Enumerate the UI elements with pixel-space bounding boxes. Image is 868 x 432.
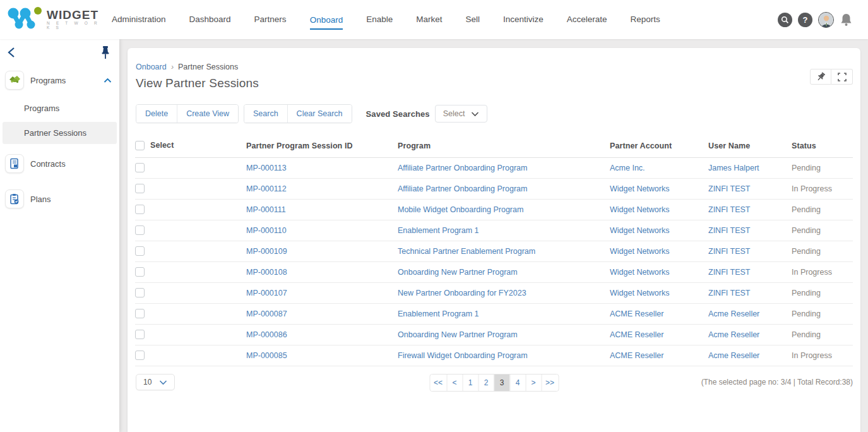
program-link[interactable]: Onboarding New Partner Program	[398, 330, 518, 339]
session-id-link[interactable]: MP-000087	[246, 309, 287, 318]
sidebar-section-programs[interactable]: Programs	[0, 63, 119, 97]
search-icon[interactable]	[778, 13, 792, 27]
nav-item-dashboard[interactable]: Dashboard	[189, 15, 231, 25]
user-name-link[interactable]: ZINFI TEST	[708, 268, 750, 277]
page-button-2[interactable]: 2	[478, 375, 494, 391]
page-nav-button[interactable]: <	[446, 375, 462, 391]
row-checkbox[interactable]	[135, 246, 145, 256]
page-size-select[interactable]: 10	[136, 374, 175, 390]
nav-item-market[interactable]: Market	[416, 15, 442, 25]
session-id-link[interactable]: MP-000113	[246, 164, 287, 172]
nav-item-onboard[interactable]: Onboard	[310, 15, 343, 30]
program-link[interactable]: Technical Partner Enablement Program	[398, 247, 535, 256]
user-name-link[interactable]: ZINFI TEST	[708, 247, 750, 256]
record-actions-group: Delete Create View	[136, 104, 239, 123]
row-checkbox[interactable]	[135, 225, 145, 235]
session-id-link[interactable]: MP-000085	[246, 351, 287, 360]
partner-account-link[interactable]: Widget Networks	[610, 184, 669, 193]
program-link[interactable]: New Partner Onboarding for FY2023	[398, 289, 526, 297]
nav-item-sell[interactable]: Sell	[465, 15, 480, 25]
sidebar-item-contracts[interactable]: Contracts	[0, 148, 119, 179]
clipboard-check-icon	[5, 189, 24, 208]
partner-account-link[interactable]: Widget Networks	[610, 226, 669, 235]
session-id-link[interactable]: MP-000111	[246, 205, 286, 214]
sidebar-item-partner-sessions[interactable]: Partner Sessions	[3, 122, 117, 144]
sidebar-collapse-back-icon[interactable]	[6, 46, 16, 61]
partner-account-link[interactable]: ACME Reseller	[610, 309, 663, 318]
user-name-link[interactable]: ZINFI TEST	[708, 184, 750, 193]
nav-item-reports[interactable]: Reports	[631, 15, 660, 25]
user-name-link[interactable]: Acme Reseller	[708, 309, 759, 318]
row-checkbox[interactable]	[135, 309, 145, 318]
program-link[interactable]: Affiliate Partner Onboarding Program	[398, 184, 527, 193]
notifications-bell-icon[interactable]	[840, 13, 853, 27]
delete-button[interactable]: Delete	[136, 105, 177, 123]
pagination-bar: 10 <<<1234>>> (The selected page no: 3/4…	[128, 374, 860, 393]
nav-item-incentivize[interactable]: Incentivize	[503, 15, 544, 25]
partner-account-link[interactable]: Acme Inc.	[610, 164, 645, 172]
program-link[interactable]: Onboarding New Partner Program	[398, 268, 518, 277]
partner-account-link[interactable]: Widget Networks	[610, 247, 669, 256]
partner-account-link[interactable]: ACME Reseller	[610, 351, 663, 360]
search-button[interactable]: Search	[244, 105, 287, 123]
saved-searches-select[interactable]: Select	[435, 105, 488, 123]
sidebar-item-plans[interactable]: Plans	[0, 183, 119, 215]
page-button-3[interactable]: 3	[494, 375, 509, 391]
program-link[interactable]: Enablement Program 1	[398, 226, 479, 235]
user-avatar[interactable]	[818, 12, 834, 28]
session-id-link[interactable]: MP-000110	[246, 226, 287, 235]
user-name-link[interactable]: ZINFI TEST	[708, 226, 750, 235]
partner-account-link[interactable]: Widget Networks	[610, 289, 669, 297]
user-name-link[interactable]: James Halpert	[708, 164, 759, 172]
session-id-link[interactable]: MP-000108	[246, 268, 287, 277]
select-all-checkbox[interactable]	[135, 141, 145, 150]
partner-account-link[interactable]: ACME Reseller	[610, 330, 663, 339]
row-checkbox[interactable]	[135, 205, 145, 214]
nav-item-accelerate[interactable]: Accelerate	[567, 15, 607, 25]
brand-logo-text: WIDGET N E T W O R K S	[47, 9, 102, 30]
create-view-button[interactable]: Create View	[177, 105, 238, 123]
nav-item-administration[interactable]: Administration	[112, 15, 166, 25]
program-link[interactable]: Affiliate Partner Onboarding Program	[398, 164, 527, 172]
brand-subtitle: N E T W O R K S	[47, 21, 102, 30]
page-nav-button[interactable]: >>	[541, 375, 558, 391]
row-checkbox[interactable]	[135, 330, 145, 339]
user-name-link[interactable]: ZINFI TEST	[708, 289, 750, 297]
sidebar-item-programs[interactable]: Programs	[0, 97, 119, 119]
session-id-link[interactable]: MP-000112	[246, 184, 287, 193]
program-link[interactable]: Firewall Widget Onboarding Program	[398, 351, 528, 360]
page-nav-button[interactable]: <<	[430, 375, 446, 391]
help-icon[interactable]: ?	[798, 13, 812, 27]
row-checkbox[interactable]	[135, 163, 145, 172]
program-link[interactable]: Enablement Program 1	[398, 309, 479, 318]
user-name-link[interactable]: Acme Reseller	[708, 330, 759, 339]
page-button-4[interactable]: 4	[509, 375, 525, 391]
chevron-up-icon[interactable]	[104, 75, 112, 86]
pin-view-button[interactable]	[810, 69, 831, 85]
session-id-link[interactable]: MP-000107	[246, 289, 287, 297]
table-row: MP-000113Affiliate Partner Onboarding Pr…	[135, 157, 853, 178]
user-name-link[interactable]: ZINFI TEST	[708, 205, 750, 214]
row-checkbox[interactable]	[135, 267, 145, 277]
page-button-1[interactable]: 1	[462, 375, 478, 391]
row-checkbox[interactable]	[135, 184, 145, 193]
program-link[interactable]: Mobile Widget Onboarding Program	[398, 205, 523, 214]
column-status: Status	[792, 135, 853, 157]
nav-item-partners[interactable]: Partners	[254, 15, 287, 25]
sidebar-pin-icon[interactable]	[100, 45, 110, 62]
partner-account-link[interactable]: Widget Networks	[610, 268, 669, 277]
breadcrumb-onboard-link[interactable]: Onboard	[136, 63, 167, 71]
breadcrumb: Onboard › Partner Sessions	[128, 48, 860, 71]
nav-item-enable[interactable]: Enable	[366, 15, 393, 25]
session-id-link[interactable]: MP-000109	[246, 247, 287, 256]
row-checkbox[interactable]	[135, 351, 145, 360]
brand-logo[interactable]: WIDGET N E T W O R K S	[6, 5, 102, 34]
clear-search-button[interactable]: Clear Search	[287, 105, 352, 123]
partner-account-link[interactable]: Widget Networks	[610, 205, 669, 214]
table-row: MP-000086Onboarding New Partner ProgramA…	[135, 324, 853, 345]
page-nav-button[interactable]: >	[525, 375, 541, 391]
fullscreen-icon[interactable]	[831, 69, 853, 85]
user-name-link[interactable]: Acme Reseller	[708, 351, 759, 360]
session-id-link[interactable]: MP-000086	[246, 330, 287, 339]
row-checkbox[interactable]	[135, 288, 145, 297]
